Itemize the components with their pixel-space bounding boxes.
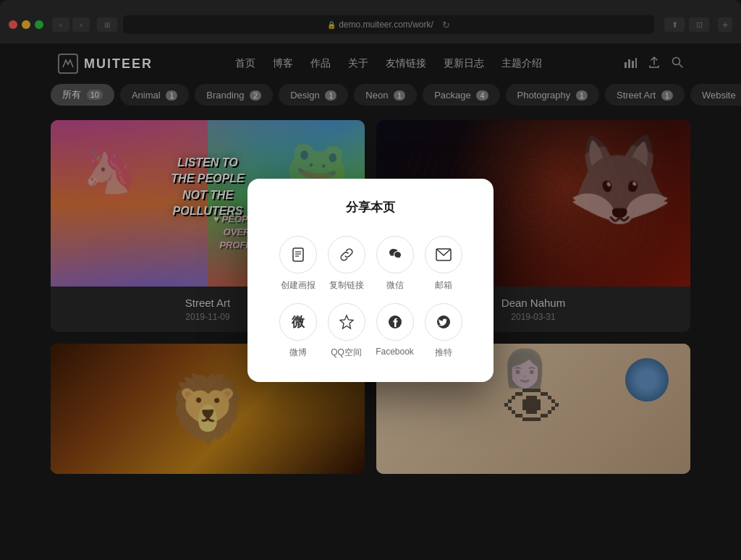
facebook-icon xyxy=(376,303,414,341)
twitter-icon xyxy=(425,303,462,341)
share-modal: 分享本页 创建画报 xyxy=(247,179,494,382)
share-modal-title: 分享本页 xyxy=(276,199,465,216)
share-option-qq[interactable]: QQ空间 xyxy=(325,303,368,359)
share-option-create-report[interactable]: 创建画报 xyxy=(276,236,319,292)
share-option-copy-link[interactable]: 复制链接 xyxy=(325,236,368,292)
facebook-label: Facebook xyxy=(376,347,414,357)
email-icon xyxy=(425,236,462,273)
share-option-wechat[interactable]: 微信 xyxy=(373,236,416,292)
share-option-email[interactable]: 邮箱 xyxy=(422,236,465,292)
copy-link-label: 复制链接 xyxy=(329,279,364,292)
wechat-label: 微信 xyxy=(386,279,404,292)
share-option-twitter[interactable]: 推特 xyxy=(422,303,465,359)
qq-label: QQ空间 xyxy=(331,347,362,359)
twitter-label: 推特 xyxy=(435,347,452,359)
copy-link-icon xyxy=(328,236,365,273)
svg-marker-11 xyxy=(340,315,353,328)
email-label: 邮箱 xyxy=(435,279,452,292)
wechat-icon xyxy=(376,236,414,273)
svg-rect-6 xyxy=(293,248,303,261)
weibo-label: 微博 xyxy=(289,347,307,359)
create-report-label: 创建画报 xyxy=(281,279,316,292)
share-option-weibo[interactable]: 微 微博 xyxy=(276,303,319,359)
modal-overlay[interactable]: 分享本页 创建画报 xyxy=(0,0,741,560)
share-option-facebook[interactable]: Facebook xyxy=(373,303,416,359)
qq-icon xyxy=(328,303,365,341)
weibo-icon: 微 xyxy=(279,303,317,341)
create-report-icon xyxy=(279,236,317,273)
share-options: 创建画报 复制链接 xyxy=(276,236,465,359)
